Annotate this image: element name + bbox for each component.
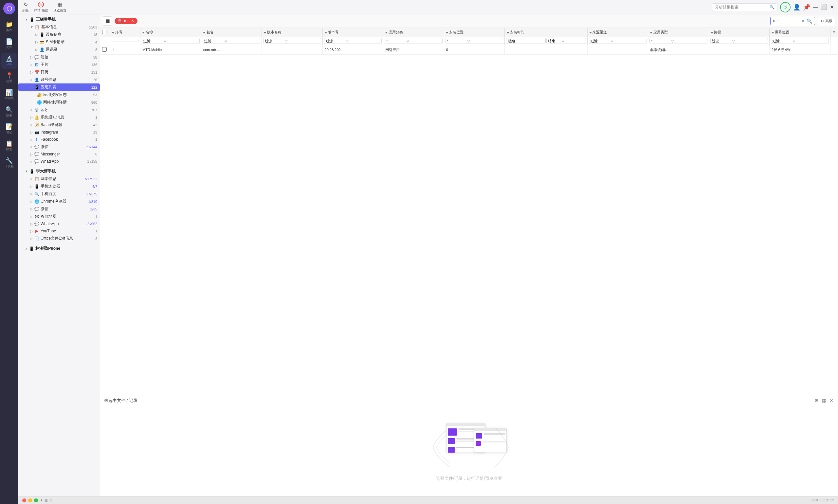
loc-filter[interactable]: ▽ [446, 38, 503, 44]
package-filter-input[interactable] [204, 39, 224, 43]
status-dot-yellow[interactable] [28, 499, 32, 502]
tree-maps2[interactable]: ▷ 🗺 谷歌地图 1 [18, 213, 100, 220]
active-filter-badge[interactable]: 🔍 mtr ✕ [114, 18, 138, 24]
tree-youtube2[interactable]: ▷ ▶ YouTube 1 [18, 228, 100, 235]
preview-split-button[interactable]: ▦ [821, 397, 827, 404]
apptype-filter-input[interactable] [651, 39, 671, 43]
tree-baidu2[interactable]: ▷ 🔍 手机百度 17/375 [18, 190, 100, 198]
vnum-filter-icon[interactable]: ▽ [346, 39, 349, 43]
time-end-input[interactable] [548, 39, 561, 43]
screenpos-filter-input[interactable] [772, 39, 792, 43]
maximize-button[interactable]: ⬜ [821, 4, 827, 10]
sidebar-item-files[interactable]: 📄 文件 [1, 36, 17, 52]
sidebar-item-location[interactable]: 📍 位置 [1, 70, 17, 86]
tree-basic-info2[interactable]: ▷ 📋 基本信息 7/17922 [18, 175, 100, 183]
time-end-filter[interactable]: ▽ [546, 38, 586, 44]
loc-filter-icon[interactable]: ▽ [467, 39, 470, 43]
device3-header[interactable]: ▷ 📱 林浚熙iPhone [18, 245, 100, 252]
time-start-input[interactable] [508, 39, 521, 43]
tree-accounts[interactable]: ▷ 👤 账号信息 26 [18, 76, 100, 84]
tree-network-usage[interactable]: 🌐 网络使用详情 960 [18, 98, 100, 106]
select-all-checkbox[interactable] [102, 30, 106, 34]
preview-location-button[interactable]: ▦ 预览位置 [53, 1, 67, 13]
status-grid-icon[interactable]: ▦ [44, 499, 48, 502]
path-filter[interactable]: ▽ [710, 38, 768, 44]
path-filter-icon[interactable]: ▽ [732, 39, 735, 43]
loc-filter-input[interactable] [447, 39, 467, 43]
name-filter[interactable]: ▽ [142, 38, 200, 44]
vname-filter[interactable]: ▽ [263, 38, 321, 44]
status-down-icon[interactable]: ⬇ [40, 499, 42, 502]
package-filter-icon[interactable]: ▽ [225, 39, 227, 43]
tree-sys-notify[interactable]: ▷ 🔔 系统通知消息 1 [18, 113, 100, 121]
top-search-box[interactable]: 🔍 [712, 3, 778, 11]
status-dot-red[interactable] [22, 499, 26, 502]
tree-chrome2[interactable]: ▷ 🌐 Chrome浏览器 1/810 [18, 198, 100, 205]
pin-icon[interactable]: 📌 [803, 4, 810, 11]
name-filter-input[interactable] [143, 39, 163, 43]
detail-preview-button[interactable]: 🚫 详情/预览 [34, 1, 48, 13]
tree-bluetooth[interactable]: ▷ 📡 蓝牙 707 [18, 106, 100, 113]
tree-whatsapp[interactable]: ▷ 💬 WhatsApp 1 /155 [18, 158, 100, 165]
tree-facebook[interactable]: ▷ f Facebook 1 [18, 136, 100, 143]
tree-browser2[interactable]: ▷ 📱 手机浏览器 4/7 [18, 183, 100, 190]
tree-app-list[interactable]: ▷ 📱 应用列表 122 [18, 84, 100, 91]
sidebar-item-search[interactable]: 🔍 搜索 [1, 104, 17, 120]
search-execute-button[interactable]: 🔍 [806, 18, 812, 23]
search-clear-button[interactable]: ✕ [801, 19, 805, 23]
category-filter-icon[interactable]: ▽ [407, 39, 409, 43]
preview-close-button[interactable]: ✕ [829, 397, 834, 404]
tree-sms[interactable]: ▷ 💬 短信 38 [18, 53, 100, 61]
vnum-filter[interactable]: ▽ [324, 38, 382, 44]
status-dot-green[interactable] [34, 499, 38, 502]
sidebar-item-report[interactable]: 📋 报告 [1, 138, 17, 154]
tree-basic-info[interactable]: ▼ 📋 基本信息 2203 [18, 23, 100, 31]
tree-instagram[interactable]: ▷ 📷 Instagram 13 [18, 129, 100, 136]
sidebar-item-timeline[interactable]: 📊 时间线 [1, 87, 17, 103]
tree-contacts[interactable]: ▷ 👤 通讯录 8 [18, 46, 100, 53]
tree-safari[interactable]: ▷ 🧭 Safari浏览器 42 [18, 121, 100, 129]
source-filter-input[interactable] [590, 39, 610, 43]
tree-device-info[interactable]: ▷ 📱 设备信息 18 [18, 31, 100, 38]
device2-header[interactable]: ▼ 📱 李大辉手机 [18, 167, 100, 175]
sync-button[interactable]: ↺ [780, 2, 790, 13]
sidebar-item-analysis[interactable]: 🔬 分析 [1, 53, 17, 69]
row-checkbox[interactable] [102, 47, 107, 52]
apptype-filter[interactable]: ▽ [649, 38, 707, 44]
advanced-button[interactable]: ⚙ 高级 [818, 17, 835, 25]
tree-photos[interactable]: ▷ 🖼 图片 136 [18, 61, 100, 68]
col-settings[interactable]: ⚙ [831, 28, 838, 37]
time-start-filter[interactable] [506, 38, 546, 44]
vnum-filter-input[interactable] [326, 39, 345, 43]
filter-close-button[interactable]: ✕ [131, 19, 134, 23]
sidebar-item-tools[interactable]: 🔧 工具箱 [1, 155, 17, 171]
grid-view-button[interactable]: ▦ [103, 16, 112, 25]
minimize-button[interactable]: — [813, 4, 818, 10]
package-filter[interactable]: ▽ [203, 38, 261, 44]
vname-filter-icon[interactable]: ▽ [285, 39, 288, 43]
tree-sim[interactable]: ▷ 💳 SIM卡记录 4 [18, 38, 100, 46]
path-filter-input[interactable] [712, 39, 732, 43]
category-filter[interactable]: ▽ [385, 38, 443, 44]
apptype-filter-icon[interactable]: ▽ [671, 39, 674, 43]
screenpos-filter[interactable]: ▽ [771, 38, 829, 44]
screenpos-filter-icon[interactable]: ▽ [793, 39, 796, 43]
tree-messenger[interactable]: ▷ 💬 Messenger 8 [18, 150, 100, 158]
refresh-button[interactable]: ↻ 刷新 [22, 1, 29, 13]
table-row[interactable]: 1 MTR Mobile com.mtr.... 20.28.202... 网络… [100, 45, 838, 55]
device1-header[interactable]: ▼ 📱 王晓琳手机 [18, 16, 100, 23]
tree-app-auth[interactable]: 🔐 应用授权日志 53 [18, 91, 100, 98]
source-filter[interactable]: ▽ [589, 38, 647, 44]
time-filter-icon[interactable]: ▽ [562, 39, 564, 43]
tree-office2[interactable]: ▷ 📄 Office文件Exif信息 2 [18, 235, 100, 242]
sidebar-item-notes[interactable]: 📝 笔记 [1, 121, 17, 137]
tree-whatsapp2[interactable]: ▷ 💬 WhatsApp 2 /962 [18, 220, 100, 228]
tree-wechat[interactable]: ▷ 💬 微信 21/144 [18, 143, 100, 150]
category-filter-input[interactable] [386, 39, 406, 43]
vname-filter-input[interactable] [265, 39, 284, 43]
top-search-input[interactable] [715, 5, 770, 10]
tree-calendar[interactable]: ▷ 📅 日历 131 [18, 68, 100, 76]
sidebar-item-cases[interactable]: 📁 案件 [1, 19, 17, 35]
table-search-box[interactable]: ✕ 🔍 [770, 17, 815, 25]
user-icon[interactable]: 👤 [793, 4, 800, 11]
